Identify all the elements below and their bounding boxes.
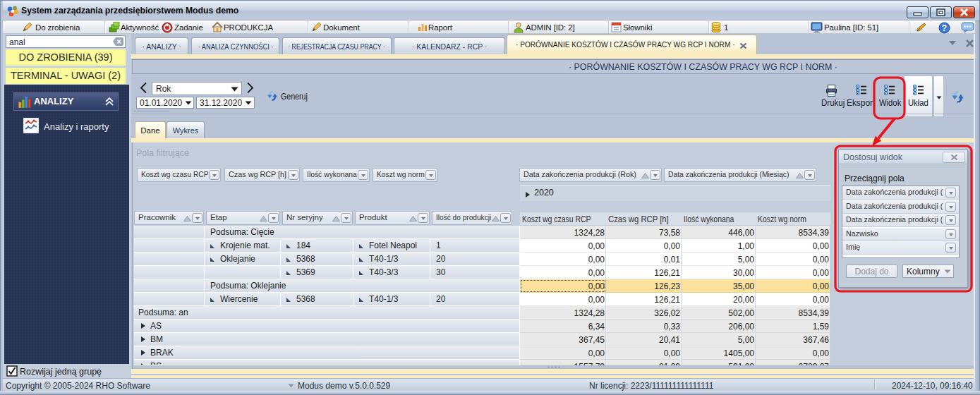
svg-text:?: ? bbox=[942, 23, 947, 33]
